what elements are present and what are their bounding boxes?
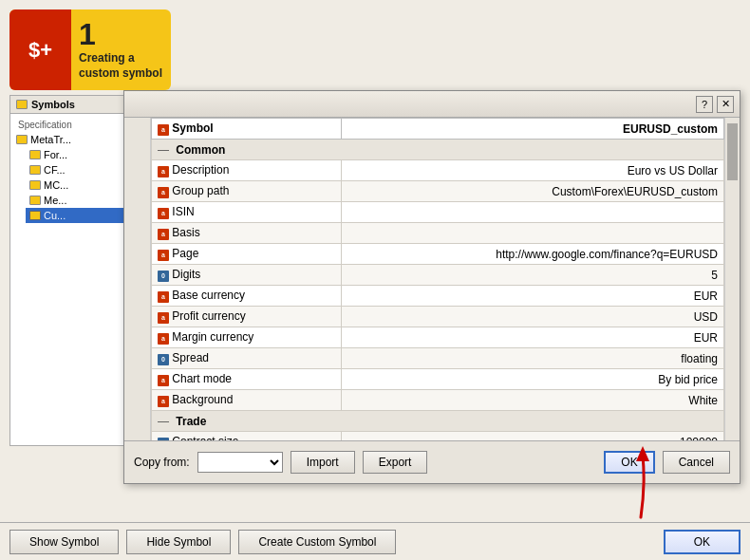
- symbols-header: Symbols: [10, 96, 127, 114]
- copy-from-dropdown[interactable]: [197, 452, 283, 473]
- symbol-icon: a: [158, 124, 169, 136]
- symbols-title: Symbols: [31, 99, 75, 110]
- create-custom-symbol-button[interactable]: Create Custom Symbol: [238, 530, 396, 554]
- tree-label: MC...: [44, 179, 68, 191]
- prop-icon: a: [158, 187, 169, 198]
- table-row: 0 Contract size 100000: [152, 432, 724, 441]
- table-row: a Profit currency USD: [152, 307, 724, 327]
- dialog-table: a Symbol EURUSD_custom — Common: [151, 118, 724, 440]
- main-ok-button[interactable]: OK: [664, 530, 741, 554]
- copy-from-label: Copy from:: [134, 456, 190, 469]
- table-row: a Background White: [152, 390, 724, 411]
- prop-icon: a: [158, 333, 169, 345]
- properties-table: a Symbol EURUSD_custom — Common: [151, 118, 724, 440]
- col-symbol: a Symbol: [152, 119, 342, 140]
- hide-symbol-button[interactable]: Hide Symbol: [126, 530, 231, 554]
- table-row: 0 Digits 5: [152, 265, 724, 286]
- table-row: a Margin currency EUR: [152, 327, 724, 348]
- tutorial-text-area: 1 Creating acustom symbol: [71, 13, 170, 86]
- show-symbol-button[interactable]: Show Symbol: [9, 530, 119, 554]
- dialog: ? ✕ a S: [123, 90, 741, 484]
- spread-value: floating: [342, 348, 724, 369]
- tutorial-icon: $+: [9, 9, 71, 90]
- ok-button[interactable]: OK: [604, 451, 654, 474]
- prop-icon: 0: [158, 271, 169, 282]
- symbol-value: EURUSD_custom: [342, 119, 724, 140]
- tree-label: CF...: [44, 164, 66, 176]
- import-button[interactable]: Import: [291, 451, 355, 474]
- margincurrency-value: EUR: [342, 327, 724, 348]
- table-row: a ISIN: [152, 202, 724, 223]
- symbols-panel: Symbols Specification MetaTr... For... C…: [9, 95, 128, 446]
- basecurrency-value: EUR: [342, 286, 724, 307]
- isin-value: [342, 202, 724, 223]
- table-row: a Page http://www.google.com/finance?q=E…: [152, 244, 724, 265]
- basis-value: [342, 223, 724, 244]
- export-button[interactable]: Export: [363, 451, 428, 474]
- table-row: a Basis: [152, 223, 724, 244]
- dialog-content: a Symbol EURUSD_custom — Common: [124, 118, 740, 440]
- prop-icon: a: [158, 312, 169, 324]
- prop-icon: a: [158, 250, 169, 261]
- prop-icon: a: [158, 291, 169, 303]
- page-value: http://www.google.com/finance?q=EURUSD: [342, 244, 724, 265]
- section-common: — Common: [152, 140, 724, 160]
- tree-label: MetaTr...: [30, 134, 71, 145]
- table-row: a Chart mode By bid price: [152, 369, 724, 390]
- prop-icon: a: [158, 396, 169, 407]
- prop-icon: a: [158, 229, 169, 240]
- tutorial-badge: $+ 1 Creating acustom symbol: [9, 9, 171, 90]
- tree-item-cf[interactable]: CF...: [26, 162, 125, 177]
- tree-item-for[interactable]: For...: [26, 147, 125, 162]
- tree-label: Me...: [44, 195, 66, 206]
- folder-icon: [29, 180, 41, 190]
- folder-icon: [29, 150, 41, 159]
- section-trade: — Trade: [152, 411, 724, 432]
- tree-item-metatr[interactable]: MetaTr...: [12, 132, 125, 147]
- folder-icon: [29, 211, 41, 220]
- cancel-button[interactable]: Cancel: [663, 451, 730, 474]
- tree-item-me[interactable]: Me...: [26, 193, 125, 208]
- tutorial-icon-text: $+: [28, 38, 52, 63]
- table-row: a Base currency EUR: [152, 286, 724, 307]
- main-bottom-bar: Show Symbol Hide Symbol Create Custom Sy…: [0, 522, 750, 560]
- symbols-body: Specification MetaTr... For... CF... MC.…: [10, 114, 127, 227]
- tutorial-step: 1: [79, 19, 162, 49]
- tree-children: For... CF... MC... Me... Cu...: [12, 147, 125, 223]
- prop-icon: a: [158, 208, 169, 219]
- digits-value: 5: [342, 265, 724, 286]
- tree-item-cu[interactable]: Cu...: [26, 208, 125, 223]
- prop-icon: a: [158, 375, 169, 386]
- dialog-titlebar: ? ✕: [124, 91, 740, 118]
- folder-icon: [16, 135, 28, 144]
- section-common-label: Common: [176, 143, 225, 157]
- symbols-folder-icon: [16, 100, 28, 109]
- dialog-bottom: Copy from: Import Export OK Cancel: [124, 440, 740, 483]
- table-header-row: a Symbol EURUSD_custom: [152, 119, 724, 140]
- prop-icon: a: [158, 166, 169, 177]
- grouppath-value: Custom\Forex\EURUSD_custom: [342, 181, 724, 202]
- description-value: Euro vs US Dollar: [342, 160, 724, 181]
- prop-icon: 0: [158, 354, 169, 365]
- scroll-thumb[interactable]: [727, 123, 738, 180]
- chartmode-value: By bid price: [342, 369, 724, 390]
- contractsize-value: 100000: [342, 432, 724, 441]
- tree-label: For...: [44, 149, 67, 160]
- table-row: 0 Spread floating: [152, 348, 724, 369]
- folder-icon: [29, 165, 41, 175]
- table-row: a Group path Custom\Forex\EURUSD_custom: [152, 181, 724, 202]
- dialog-left-panel: [124, 118, 151, 440]
- section-trade-label: Trade: [176, 415, 206, 428]
- help-button[interactable]: ?: [696, 96, 713, 113]
- tree-item-mc[interactable]: MC...: [26, 177, 125, 193]
- close-button[interactable]: ✕: [717, 96, 734, 113]
- prop-icon: 0: [158, 438, 169, 440]
- profitcurrency-value: USD: [342, 307, 724, 327]
- scrollbar[interactable]: [724, 118, 740, 440]
- symbols-spec: Specification: [12, 118, 125, 132]
- table-row: a Description Euro vs US Dollar: [152, 160, 724, 181]
- tree-label: Cu...: [44, 210, 66, 221]
- folder-icon: [29, 196, 41, 205]
- main-window: $+ 1 Creating acustom symbol Symbols Spe…: [0, 0, 750, 560]
- tutorial-desc: Creating acustom symbol: [79, 51, 162, 81]
